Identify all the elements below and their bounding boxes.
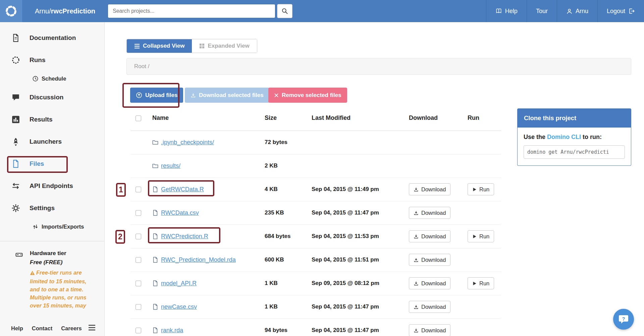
download-button[interactable]: Download [409, 207, 450, 219]
tab-collapsed-view[interactable]: Collapsed View [127, 39, 192, 53]
spinner-icon [11, 56, 20, 64]
user-nav-item[interactable]: Arnu [557, 0, 597, 22]
search-input[interactable] [108, 4, 275, 18]
page: Arnu/rwcPrediction Help Tour [0, 0, 644, 336]
hardware-tier-value: Free (FREE) [30, 259, 88, 266]
table-row: model_API.R1 KBSep 09, 2015 @ 08:12 pmDo… [130, 272, 501, 295]
logout-label: Logout [607, 8, 625, 15]
project-owner: Arnu/ [35, 7, 51, 15]
remove-selected-button[interactable]: Remove selected files [268, 88, 347, 103]
select-all-checkbox[interactable] [136, 115, 141, 121]
row-checkbox[interactable] [136, 187, 141, 192]
footer-help-link[interactable]: Help [11, 325, 23, 332]
sidebar-item-launchers[interactable]: Launchers [0, 131, 104, 153]
run-column-header: Run [468, 105, 501, 131]
tab-expanded-view[interactable]: Expanded View [192, 39, 257, 53]
sidebar-item-label: Schedule [42, 76, 66, 82]
sidebar-item-api-endpoints[interactable]: API Endpoints [0, 175, 104, 197]
download-button[interactable]: Download [409, 324, 450, 336]
download-button[interactable]: Download [409, 254, 450, 266]
table-row: newCase.csv1 KBSep 04, 2015 @ 11:47 pmDo… [130, 295, 501, 319]
sidebar-item-label: Settings [30, 204, 55, 212]
download-button[interactable]: Download [409, 301, 450, 313]
clone-text-prefix: Use the [524, 134, 547, 140]
download-button[interactable]: Download [409, 183, 450, 195]
file-modified: Sep 09, 2015 @ 08:12 pm [312, 272, 409, 295]
user-label: Arnu [576, 8, 588, 15]
run-button[interactable]: Run [468, 230, 494, 242]
hardware-tier-block: Hardware tier Free (FREE) Free-tier runs… [0, 241, 104, 308]
domino-logo[interactable] [0, 0, 22, 22]
sidebar-item-files[interactable]: Files [0, 153, 104, 175]
sidebar-item-label: Discussion [30, 94, 63, 101]
help-icon [495, 8, 502, 14]
file-link[interactable]: rank.rda [161, 327, 183, 334]
sidebar-item-schedule[interactable]: Schedule [0, 71, 104, 86]
file-icon [152, 186, 158, 192]
clone-command-box[interactable]: domino get Arnu/rwcPredicti [524, 145, 625, 159]
footer-contact-link[interactable]: Contact [32, 325, 52, 332]
download-button[interactable]: Download [409, 277, 450, 289]
download-icon [191, 93, 196, 98]
file-link[interactable]: RWCPrediction.R [161, 233, 208, 240]
file-icon [152, 210, 158, 216]
row-checkbox[interactable] [136, 304, 141, 310]
table-row: rank.rda94 bytesSep 04, 2015 @ 11:47 pmD… [130, 319, 501, 336]
file-link[interactable]: model_API.R [161, 280, 197, 287]
search-button[interactable] [277, 4, 292, 18]
table-row: GetRWCData.R4 KBSep 04, 2015 @ 11:49 pmD… [130, 178, 501, 201]
row-checkbox[interactable] [136, 281, 141, 286]
file-link[interactable]: results/ [161, 162, 180, 169]
project-name: rwcPrediction [51, 7, 95, 15]
download-selected-button[interactable]: Download selected files [185, 88, 269, 103]
sidebar-item-documentation[interactable]: Documentation [0, 27, 104, 49]
sidebar-item-imports-exports[interactable]: Imports/Exports [0, 219, 104, 234]
sidebar-item-label: API Endpoints [30, 182, 73, 190]
hardware-tier-warning: Free-tier runs are limited to 15 minutes… [30, 269, 88, 308]
chat-help-button[interactable]: ? [613, 309, 634, 330]
table-row: RWCPrediction.R684 bytesSep 04, 2015 @ 1… [130, 225, 501, 248]
logout-icon [628, 8, 635, 14]
help-nav-item[interactable]: Help [486, 0, 527, 22]
file-link[interactable]: RWCData.csv [161, 209, 199, 216]
svg-text:?: ? [622, 316, 625, 322]
grid-view-icon [199, 43, 205, 49]
remove-selected-label: Remove selected files [282, 92, 341, 99]
file-modified [312, 154, 409, 178]
document-icon [11, 34, 20, 42]
sidebar-item-runs[interactable]: Runs [0, 49, 104, 71]
tab-label: Expanded View [208, 43, 249, 49]
footer-careers-link[interactable]: Careers [61, 325, 82, 332]
table-row: RWCData.csv235 KBSep 04, 2015 @ 11:47 pm… [130, 201, 501, 225]
download-button[interactable]: Download [409, 230, 450, 242]
run-button[interactable]: Run [468, 277, 494, 289]
imports-icon [32, 224, 39, 230]
logout-nav-item[interactable]: Logout [597, 0, 644, 22]
file-link[interactable]: .ipynb_checkpoints/ [161, 139, 214, 146]
file-modified: Sep 04, 2015 @ 11:51 pm [312, 248, 409, 272]
chat-question-icon: ? [619, 315, 629, 324]
clone-text-suffix: to run: [581, 134, 602, 140]
row-checkbox[interactable] [136, 210, 141, 216]
upload-files-button[interactable]: Upload files [130, 88, 183, 103]
row-checkbox[interactable] [136, 328, 141, 333]
file-link[interactable]: RWC_Prediction_Model.rda [161, 256, 236, 263]
sidebar-item-label: Runs [30, 56, 46, 64]
sidebar-item-settings[interactable]: Settings [0, 197, 104, 219]
run-button[interactable]: Run [468, 183, 494, 195]
hamburger-menu-icon[interactable] [88, 325, 96, 332]
sidebar-item-results[interactable]: Results [0, 108, 104, 131]
hardware-tier-title: Hardware tier [30, 250, 88, 257]
row-checkbox[interactable] [136, 234, 141, 239]
tour-nav-item[interactable]: Tour [527, 0, 557, 22]
search-icon [281, 8, 288, 14]
domino-cli-link[interactable]: Domino CLI [547, 134, 581, 140]
file-link[interactable]: GetRWCData.R [161, 186, 204, 193]
row-checkbox[interactable] [136, 257, 141, 263]
file-modified: Sep 04, 2015 @ 11:47 pm [312, 201, 409, 225]
clone-panel-body: Use the Domino CLI to run: domino get Ar… [517, 128, 631, 166]
table-header-row: Name Size Last Modified Download Run [130, 105, 501, 131]
file-link[interactable]: newCase.csv [161, 303, 197, 310]
sidebar-item-discussion[interactable]: Discussion [0, 86, 104, 108]
table-row: RWC_Prediction_Model.rda600 KBSep 04, 20… [130, 248, 501, 272]
